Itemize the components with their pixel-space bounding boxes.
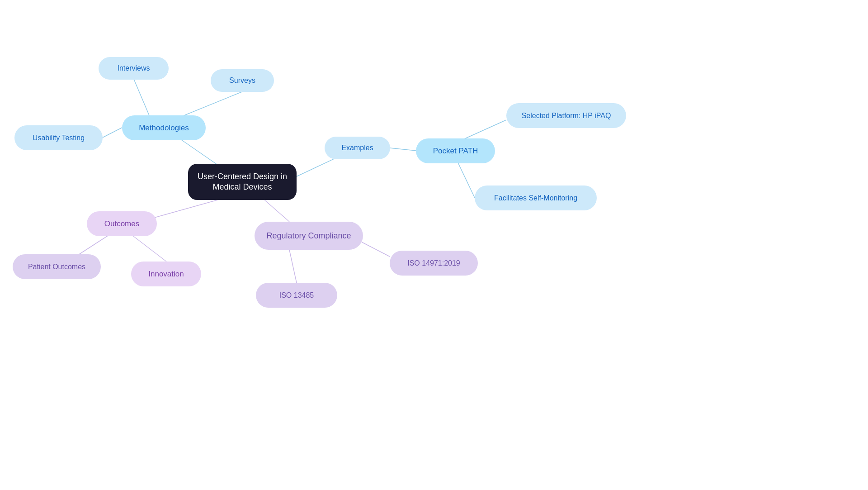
iso14971-node[interactable]: ISO 14971:2019 [390,251,478,276]
innovation-label: Innovation [148,270,184,279]
selected-platform-label: Selected Platform: HP iPAQ [522,112,611,120]
svg-line-13 [362,242,390,257]
svg-line-2 [181,92,242,117]
svg-line-11 [264,200,289,222]
surveys-node[interactable]: Surveys [211,69,274,92]
innovation-node[interactable]: Innovation [131,262,201,286]
regulatory-label: Regulatory Compliance [266,231,351,241]
pocket-path-node[interactable]: Pocket PATH [416,138,495,163]
svg-line-3 [103,128,122,138]
svg-line-9 [79,235,108,254]
examples-label: Examples [341,144,373,152]
svg-line-1 [134,79,149,115]
interviews-label: Interviews [117,64,150,72]
center-node-label: User-Centered Design in Medical Devices [195,171,289,193]
iso13485-node[interactable]: ISO 13485 [256,283,337,308]
usability-testing-node[interactable]: Usability Testing [14,125,103,150]
svg-line-10 [133,236,166,262]
iso13485-label: ISO 13485 [279,291,314,300]
outcomes-label: Outcomes [104,219,139,228]
patient-outcomes-label: Patient Outcomes [28,263,85,271]
iso14971-label: ISO 14971:2019 [407,259,460,267]
surveys-label: Surveys [229,76,255,85]
facilitates-label: Facilitates Self-Monitoring [494,194,577,202]
selected-platform-node[interactable]: Selected Platform: HP iPAQ [506,103,626,128]
svg-line-5 [390,148,416,151]
methodologies-label: Methodologies [139,124,189,133]
outcomes-node[interactable]: Outcomes [87,211,157,236]
methodologies-node[interactable]: Methodologies [122,115,206,140]
regulatory-compliance-node[interactable]: Regulatory Compliance [255,222,363,250]
svg-line-12 [289,250,297,283]
center-node[interactable]: User-Centered Design in Medical Devices [188,164,297,200]
interviews-node[interactable]: Interviews [99,57,169,80]
facilitates-node[interactable]: Facilitates Self-Monitoring [475,186,597,210]
patient-outcomes-node[interactable]: Patient Outcomes [13,254,101,279]
pocket-path-label: Pocket PATH [433,147,478,156]
usability-label: Usability Testing [33,134,85,142]
examples-node[interactable]: Examples [325,137,390,159]
mind-map: User-Centered Design in Medical Devices … [0,0,868,490]
